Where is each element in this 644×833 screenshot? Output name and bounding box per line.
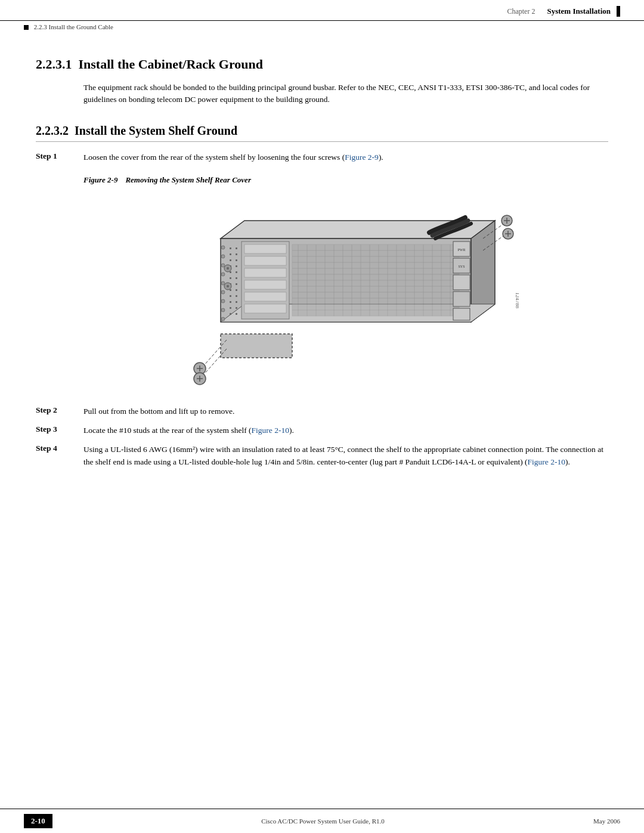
step-4-content: Using a UL-listed 6 AWG (16mm²) wire wit… (83, 444, 608, 468)
steps-container: Step 1 Loosen the cover from the rear of… (36, 151, 608, 468)
svg-rect-97 (244, 256, 286, 265)
step-1-label: Step 1 (36, 151, 83, 161)
svg-rect-9 (236, 259, 237, 261)
figure-2-9-container: Figure 2-9 Removing the System Shelf Rea… (83, 175, 608, 394)
step-1-content: Loosen the cover from the rear of the sy… (83, 151, 608, 163)
svg-rect-21 (236, 295, 237, 297)
svg-rect-20 (230, 295, 231, 297)
step-1-row: Step 1 Loosen the cover from the rear of… (36, 151, 608, 163)
header-chapter: Chapter 2 (507, 7, 535, 16)
svg-rect-99 (244, 280, 286, 289)
svg-point-61 (227, 285, 229, 287)
svg-point-87 (221, 255, 225, 258)
breadcrumb-icon (24, 25, 29, 30)
figure-2-10-link-step3[interactable]: Figure 2-10 (252, 426, 289, 435)
svg-rect-13 (236, 271, 237, 273)
step-3-content: Locate the #10 studs at the rear of the … (83, 425, 608, 436)
shelf-diagram-svg: PWR SYS 124788 (173, 191, 519, 394)
svg-point-94 (221, 317, 225, 321)
svg-point-92 (221, 299, 225, 303)
section-2: 2.2.3.2 Install the System Shelf Ground … (36, 124, 608, 468)
svg-rect-5 (236, 247, 237, 249)
svg-rect-15 (236, 277, 237, 279)
page-header: Chapter 2 System Installation (0, 0, 644, 21)
svg-point-89 (221, 272, 225, 276)
svg-rect-17 (236, 283, 237, 285)
step-4-row: Step 4 Using a UL-listed 6 AWG (16mm²) w… (36, 444, 608, 468)
figure-2-9-caption: Figure 2-9 Removing the System Shelf Rea… (83, 175, 608, 185)
svg-marker-62 (221, 334, 292, 358)
svg-rect-25 (236, 307, 237, 309)
svg-rect-6 (230, 253, 231, 255)
svg-rect-22 (230, 301, 231, 303)
svg-rect-100 (244, 292, 286, 301)
figure-2-9-link[interactable]: Figure 2-9 (345, 153, 379, 162)
step-4-label: Step 4 (36, 444, 83, 453)
figure-2-10-link-step4[interactable]: Figure 2-10 (528, 457, 565, 466)
step-2-content: Pull out from the bottom and lift up to … (83, 405, 608, 417)
step-3-label: Step 3 (36, 425, 83, 434)
svg-rect-11 (236, 265, 237, 267)
breadcrumb: 2.2.3 Install the Ground Cable (0, 21, 644, 33)
svg-rect-23 (236, 301, 237, 303)
svg-rect-81 (453, 275, 470, 290)
footer-page-number: 2-10 (24, 814, 52, 828)
svg-rect-96 (244, 244, 286, 253)
breadcrumb-text: 2.2.3 Install the Ground Cable (34, 23, 113, 30)
svg-text:SYS: SYS (458, 265, 465, 268)
svg-rect-26 (230, 313, 231, 315)
svg-point-90 (221, 281, 225, 285)
step-2-row: Step 2 Pull out from the bottom and lift… (36, 405, 608, 417)
svg-rect-14 (230, 277, 231, 279)
svg-rect-24 (230, 307, 231, 309)
header-title: System Installation (547, 7, 611, 16)
section-2-heading: 2.2.3.2 Install the System Shelf Ground (36, 124, 608, 142)
section-1: 2.2.3.1 Install the Cabinet/Rack Ground … (36, 57, 608, 106)
figure-2-9-image: PWR SYS 124788 (173, 191, 519, 394)
svg-text:PWR: PWR (457, 248, 465, 252)
figure-id-label: 124788 (515, 292, 519, 309)
svg-point-86 (221, 246, 225, 249)
svg-rect-8 (230, 259, 231, 261)
svg-rect-82 (453, 292, 470, 306)
figure-number: Figure 2-9 (83, 175, 117, 184)
svg-rect-27 (236, 313, 237, 315)
svg-rect-4 (230, 247, 231, 249)
footer-date: May 2006 (593, 817, 620, 825)
figure-caption-text: Removing the System Shelf Rear Cover (125, 175, 251, 184)
svg-rect-101 (244, 304, 286, 313)
svg-rect-83 (453, 308, 470, 320)
svg-point-59 (227, 267, 229, 270)
svg-rect-98 (244, 268, 286, 277)
page-footer: 2-10 Cisco AC/DC Power System User Guide… (0, 809, 644, 833)
svg-point-93 (221, 308, 225, 312)
svg-point-91 (221, 290, 225, 294)
svg-rect-19 (236, 289, 237, 291)
header-bar-decoration (617, 6, 620, 17)
section-1-heading: 2.2.3.1 Install the Cabinet/Rack Ground (36, 57, 608, 72)
svg-point-88 (221, 264, 225, 267)
step-2-label: Step 2 (36, 405, 83, 415)
page-content: 2.2.3.1 Install the Cabinet/Rack Ground … (0, 33, 644, 523)
footer-center-text: Cisco AC/DC Power System User Guide, R1.… (261, 817, 385, 825)
section-1-body: The equipment rack should be bonded to t… (83, 82, 608, 106)
svg-rect-7 (236, 253, 237, 255)
step-3-row: Step 3 Locate the #10 studs at the rear … (36, 425, 608, 436)
